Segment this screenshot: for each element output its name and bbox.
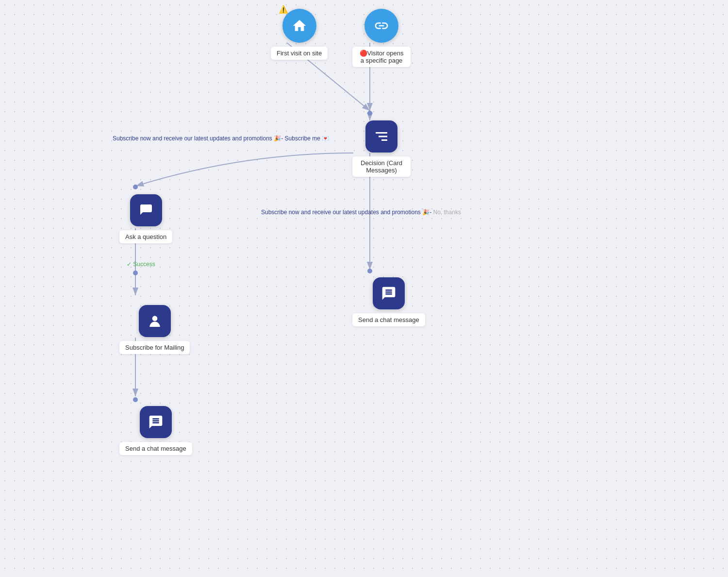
no-thanks-text: No, thanks — [433, 209, 461, 216]
merge-dot — [367, 111, 372, 116]
send-chat-right-dot — [367, 269, 372, 273]
flow-canvas: ⚠️ First visit on site 🔴Visitor opens a … — [0, 0, 728, 577]
success-label: ✓ Success — [127, 261, 155, 268]
ask-question-dot — [133, 185, 138, 189]
subscribe-mailing-label: Subscribe for Mailing — [119, 341, 190, 354]
send-chat-left-label: Send a chat message — [119, 442, 192, 455]
send-chat-right-node[interactable]: Send a chat message — [352, 277, 425, 326]
ask-question-node[interactable]: Ask a question — [119, 194, 172, 243]
visitor-opens-node[interactable]: 🔴Visitor opens a specific page — [352, 9, 411, 67]
send-chat-left-dot — [133, 397, 138, 402]
send-chat-right-label: Send a chat message — [352, 313, 425, 326]
subscribe-mailing-node[interactable]: Subscribe for Mailing — [119, 305, 190, 354]
subscribe-edge-label-left: Subscribe now and receive our latest upd… — [113, 135, 329, 142]
first-visit-label: First visit on site — [271, 47, 328, 60]
no-thanks-edge-label: Subscribe now and receive our latest upd… — [261, 209, 461, 216]
decision-label: Decision (Card Messages) — [352, 156, 411, 177]
send-chat-left-icon[interactable] — [140, 406, 172, 438]
ask-question-icon[interactable] — [130, 194, 162, 226]
svg-point-7 — [152, 316, 157, 321]
subscribe-mailing-icon[interactable] — [139, 305, 171, 337]
subscribe-mailing-dot — [133, 271, 138, 275]
send-chat-right-icon[interactable] — [373, 277, 405, 309]
decision-node[interactable]: Decision (Card Messages) — [352, 120, 411, 177]
decision-icon[interactable] — [365, 120, 397, 153]
first-visit-node[interactable]: ⚠️ First visit on site — [271, 9, 328, 60]
send-chat-left-node[interactable]: Send a chat message — [119, 406, 192, 455]
visitor-opens-icon[interactable] — [364, 9, 398, 43]
ask-question-label: Ask a question — [119, 230, 172, 243]
visitor-opens-label: 🔴Visitor opens a specific page — [352, 47, 411, 67]
warning-icon: ⚠️ — [279, 5, 288, 14]
